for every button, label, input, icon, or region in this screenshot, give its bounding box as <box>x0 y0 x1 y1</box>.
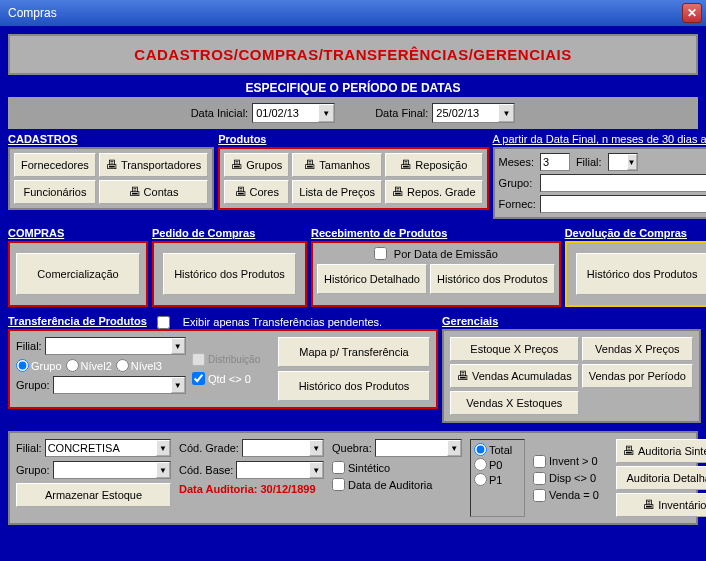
bottom-panel: Filial: ▼ Grupo: ▼ Armazenar Estoque Cód… <box>8 431 698 525</box>
cod-grade-select[interactable]: ▼ <box>242 439 324 457</box>
date-initial-input[interactable]: ▼ <box>252 103 335 123</box>
bottom-grupo-select[interactable]: ▼ <box>53 461 171 479</box>
meses-box: Meses: Filial: ▼ Grupo: ▼ Fornec: ▼ <box>493 147 706 219</box>
grupo-select[interactable]: ▼ <box>540 174 706 192</box>
lista-precos-button[interactable]: Lista de Preços <box>292 180 382 204</box>
vendas-periodo-button[interactable]: Vendas por Período <box>582 364 693 388</box>
contas-button[interactable]: Contas <box>99 180 208 204</box>
fornecedores-button[interactable]: Fornecedores <box>14 153 96 177</box>
venda-checkbox[interactable] <box>533 489 546 502</box>
p0-radio[interactable] <box>474 458 487 471</box>
produtos-label: Produtos <box>218 133 488 145</box>
transf-grupo-select[interactable]: ▼ <box>53 376 186 394</box>
date-final-input[interactable]: ▼ <box>432 103 515 123</box>
chevron-down-icon[interactable]: ▼ <box>447 440 461 456</box>
invent-checkbox[interactable] <box>533 455 546 468</box>
chevron-down-icon[interactable]: ▼ <box>318 104 334 122</box>
date-initial-field[interactable] <box>253 106 318 120</box>
recebimento-label: Recebimento de Produtos <box>311 227 561 239</box>
meses-label: A partir da Data Final, n meses de 30 di… <box>493 133 706 145</box>
inventario-button[interactable]: Inventário <box>616 493 706 517</box>
grupos-button[interactable]: Grupos <box>224 153 289 177</box>
bottom-filial-value[interactable] <box>46 440 156 456</box>
cod-base-select[interactable]: ▼ <box>236 461 324 479</box>
transf-historico-button[interactable]: Histórico dos Produtos <box>278 371 430 401</box>
pedido-label: Pedido de Compras <box>152 227 307 239</box>
close-icon: ✕ <box>687 6 697 20</box>
auditoria-detalhada-button[interactable]: Auditoria Detalhada <box>616 466 706 490</box>
armazenar-estoque-button[interactable]: Armazenar Estoque <box>16 483 171 507</box>
historico-detalhado-button[interactable]: Histórico Detalhado <box>317 264 427 294</box>
header-title: CADASTROS/COMPRAS/TRANSFERÊNCIAS/GERENCI… <box>134 46 571 63</box>
sintetico-checkbox[interactable] <box>332 461 345 474</box>
pedido-box: Histórico dos Produtos <box>152 241 307 307</box>
comercializacao-button[interactable]: Comercialização <box>16 253 139 295</box>
mapa-transferencia-button[interactable]: Mapa p/ Transferência <box>278 337 430 367</box>
transf-filial-label: Filial: <box>16 340 42 352</box>
chevron-down-icon[interactable]: ▼ <box>171 377 185 393</box>
gerenciais-box: Estoque X Preços Vendas X Preços Vendas … <box>442 329 701 423</box>
bottom-filial-label: Filial: <box>16 442 42 454</box>
transferencia-label: Transferência de Produtos <box>8 315 147 327</box>
pedido-historico-button[interactable]: Histórico dos Produtos <box>163 253 296 295</box>
vendas-estoques-button[interactable]: Vendas X Estoques <box>450 391 579 415</box>
chevron-down-icon[interactable]: ▼ <box>156 462 170 478</box>
total-radio[interactable] <box>474 443 487 456</box>
transferencia-box: Filial: ▼ Grupo Nível2 Nível3 Grupo: ▼ <box>8 329 438 409</box>
compras-box: Comercialização <box>8 241 148 307</box>
transportadores-button[interactable]: Transportadores <box>99 153 208 177</box>
tamanhos-button[interactable]: Tamanhos <box>292 153 382 177</box>
chevron-down-icon[interactable]: ▼ <box>309 440 323 456</box>
recebimento-box: Por Data de Emissão Histórico Detalhado … <box>311 241 561 307</box>
por-data-emissao-checkbox[interactable] <box>374 247 387 260</box>
nivel3-radio[interactable] <box>116 359 129 372</box>
qtd-checkbox[interactable] <box>192 372 205 385</box>
grupo-radio[interactable] <box>16 359 29 372</box>
exibir-pendentes-checkbox[interactable] <box>157 316 170 329</box>
filial-select[interactable]: ▼ <box>608 153 638 171</box>
estoque-precos-button[interactable]: Estoque X Preços <box>450 337 579 361</box>
devolucao-box: Histórico dos Produtos <box>565 241 706 307</box>
p1-radio[interactable] <box>474 473 487 486</box>
grupo-label: Grupo: <box>499 177 536 189</box>
chevron-down-icon[interactable]: ▼ <box>156 440 170 456</box>
auditoria-sintetica-button[interactable]: Auditoria Sintética <box>616 439 706 463</box>
quebra-label: Quebra: <box>332 442 372 454</box>
date-initial-label: Data Inicial: <box>191 107 248 119</box>
chevron-down-icon[interactable]: ▼ <box>309 462 323 478</box>
cod-base-label: Cód. Base: <box>179 464 233 476</box>
repos-grade-button[interactable]: Repos. Grade <box>385 180 482 204</box>
meses-field-label: Meses: <box>499 156 536 168</box>
devolucao-label: Devolução de Compras <box>565 227 706 239</box>
disp-checkbox[interactable] <box>533 472 546 485</box>
fornec-label: Fornec: <box>499 198 536 210</box>
page-body: CADASTROS/COMPRAS/TRANSFERÊNCIAS/GERENCI… <box>0 26 706 561</box>
cadastros-box: Fornecedores Transportadores Funcionário… <box>8 147 214 210</box>
cores-button[interactable]: Cores <box>224 180 289 204</box>
data-auditoria-checkbox[interactable] <box>332 478 345 491</box>
cadastros-label: CADASTROS <box>8 133 214 145</box>
vendas-precos-button[interactable]: Vendas X Preços <box>582 337 693 361</box>
chevron-down-icon[interactable]: ▼ <box>171 338 186 354</box>
produtos-box: Grupos Tamanhos Reposição Cores Lista de… <box>218 147 488 210</box>
reposicao-button[interactable]: Reposição <box>385 153 482 177</box>
funcionarios-button[interactable]: Funcionários <box>14 180 96 204</box>
date-final-field[interactable] <box>433 106 498 120</box>
window-title: Compras <box>8 6 57 20</box>
header-banner: CADASTROS/COMPRAS/TRANSFERÊNCIAS/GERENCI… <box>8 34 698 75</box>
close-button[interactable]: ✕ <box>682 3 702 23</box>
fornec-select[interactable]: ▼ <box>540 195 706 213</box>
chevron-down-icon[interactable]: ▼ <box>627 154 637 170</box>
bottom-filial-select[interactable]: ▼ <box>45 439 171 457</box>
date-final-label: Data Final: <box>375 107 428 119</box>
devolucao-historico-button[interactable]: Histórico dos Produtos <box>576 253 706 295</box>
recebimento-historico-button[interactable]: Histórico dos Produtos <box>430 264 555 294</box>
transf-filial-select[interactable]: ▼ <box>45 337 186 355</box>
date-section-label: ESPECIFIQUE O PERÍODO DE DATAS <box>8 81 698 95</box>
quebra-select[interactable]: ▼ <box>375 439 462 457</box>
nivel2-radio[interactable] <box>66 359 79 372</box>
vendas-acumuladas-button[interactable]: Vendas Acumuladas <box>450 364 579 388</box>
chevron-down-icon[interactable]: ▼ <box>498 104 514 122</box>
distribuicao-checkbox <box>192 353 205 366</box>
meses-input[interactable] <box>540 153 570 171</box>
